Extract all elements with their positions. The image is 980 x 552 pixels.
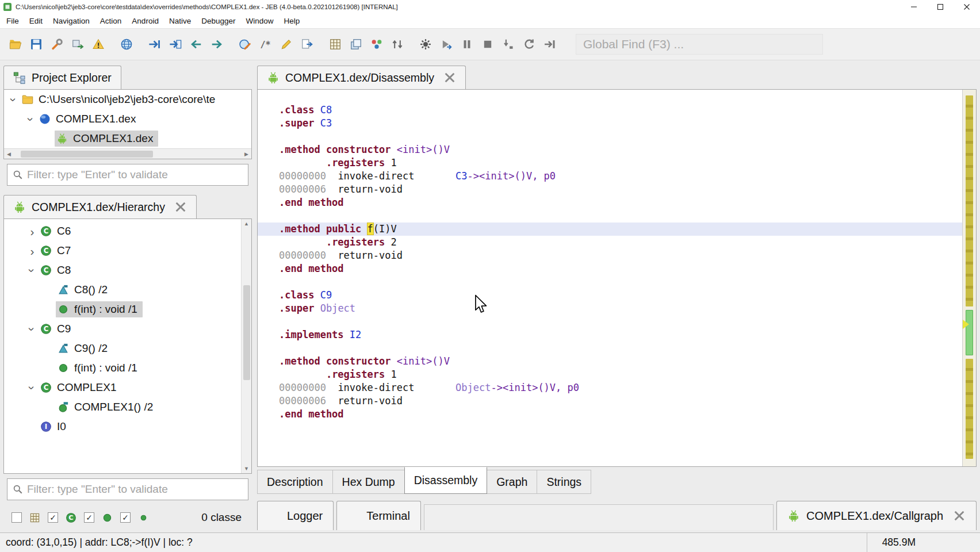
close-button[interactable] (954, 0, 980, 14)
collapse-icon[interactable]: › (25, 113, 37, 125)
tab-terminal[interactable]: Terminal (336, 501, 421, 530)
filter-checkbox[interactable]: ✓ (48, 512, 58, 523)
tree-item[interactable]: CC9 (39, 321, 76, 337)
warning-button[interactable] (89, 35, 108, 54)
debug-button[interactable] (416, 35, 435, 54)
tree-item[interactable]: C8() /2 (56, 282, 113, 298)
tab-logger[interactable]: Logger (257, 501, 334, 530)
view-tab-disassembly[interactable]: Disassembly (404, 467, 488, 494)
code-line[interactable]: .method constructor <init>()V (258, 143, 962, 156)
layout-button[interactable] (346, 35, 365, 54)
code-line[interactable]: .method constructor <init>()V (258, 355, 962, 368)
wrench-button[interactable] (47, 35, 66, 54)
code-line[interactable] (258, 342, 962, 355)
tree-item[interactable]: C:\Users\nicol\jeb2\jeb3-core\core\te (20, 91, 220, 108)
hierarchy-filter-input[interactable] (27, 483, 243, 496)
tree-item[interactable]: COMPLEX1() /2 (56, 399, 158, 415)
comment-button[interactable]: /* (256, 35, 275, 54)
overview-ruler[interactable] (962, 90, 976, 466)
code-line[interactable] (258, 315, 962, 328)
tab-hierarchy[interactable]: COMPLEX1.dex/Hierarchy (3, 195, 197, 218)
tab-callgraph[interactable]: COMPLEX1.dex/Callgraph (776, 501, 977, 530)
hex-view-button[interactable] (326, 35, 344, 54)
rename-button[interactable] (277, 35, 296, 54)
menu-navigation[interactable]: Navigation (48, 15, 95, 27)
tree-row[interactable]: COMPLEX1.dex (4, 129, 251, 148)
tree-item[interactable]: CC8 (39, 262, 76, 278)
tree-item[interactable]: CCOMPLEX1 (39, 379, 121, 396)
code-line[interactable]: 00000000 return-void (258, 249, 962, 262)
collapse-icon[interactable]: › (8, 93, 20, 106)
menu-native[interactable]: Native (164, 15, 196, 27)
tab-close-icon[interactable] (953, 509, 966, 522)
sort-button[interactable] (388, 35, 407, 54)
collapse-icon[interactable]: › (26, 264, 39, 277)
back-button[interactable] (186, 35, 205, 54)
tree-row[interactable]: C9() /2 (21, 339, 241, 358)
tree-item[interactable]: C9() /2 (56, 340, 113, 356)
tree-row[interactable]: ›COMPLEX1.dex (4, 109, 251, 129)
tab-close-icon[interactable] (443, 71, 456, 84)
collapse-icon[interactable]: › (26, 381, 39, 394)
tree-item[interactable]: f(int) : void /1 (56, 301, 143, 317)
scroll-down-icon[interactable]: ▼ (242, 466, 251, 471)
code-line[interactable] (258, 209, 962, 223)
minimize-button[interactable] (901, 0, 927, 14)
globe-button[interactable] (117, 35, 136, 54)
forward-button[interactable] (207, 35, 226, 54)
code-line[interactable]: .end method (258, 262, 962, 275)
view-tab-strings[interactable]: Strings (537, 470, 591, 494)
code-line[interactable] (258, 275, 962, 289)
code-line[interactable]: .registers 2 (258, 236, 962, 249)
menu-file[interactable]: File (1, 15, 24, 27)
horizontal-scrollbar[interactable]: ◀ ▶ (4, 148, 251, 159)
tree-row[interactable]: ›CC6 (21, 221, 241, 241)
code-line[interactable]: 00000000 invoke-direct C3-><init>()V, p0 (258, 170, 962, 183)
code-line[interactable]: .method public f(I)V (258, 223, 962, 236)
code-line[interactable]: .registers 1 (258, 156, 962, 170)
export-button[interactable] (68, 35, 87, 54)
save-button[interactable] (26, 35, 45, 54)
code-line[interactable]: 00000006 return-void (258, 183, 962, 196)
filter-checkbox[interactable]: ✓ (84, 512, 94, 523)
tree-row[interactable]: ›CC8 (21, 260, 241, 280)
stop-button[interactable] (478, 35, 497, 54)
types-button[interactable] (367, 35, 386, 54)
tree-row[interactable]: ›C:\Users\nicol\jeb2\jeb3-core\core\te (4, 90, 251, 109)
menu-help[interactable]: Help (278, 15, 305, 27)
expand-icon[interactable]: › (26, 245, 39, 257)
step-out-button[interactable] (540, 35, 559, 54)
vertical-scrollbar[interactable]: ▲ ▼ (241, 219, 251, 473)
code-line[interactable]: 00000000 invoke-direct Object-><init>()V… (258, 381, 962, 394)
tree-item[interactable]: f(int) : void /1 (56, 360, 143, 376)
tree-row[interactable]: f(int) : void /1 (21, 300, 241, 319)
code-line[interactable]: .end method (258, 408, 962, 421)
tree-row[interactable]: f(int) : void /1 (21, 358, 241, 378)
filter-checkbox[interactable]: ✓ (120, 512, 131, 523)
code-line[interactable] (258, 130, 962, 143)
convert-button[interactable] (297, 35, 316, 54)
restart-button[interactable] (519, 35, 538, 54)
code-line[interactable]: .super C3 (258, 117, 962, 130)
menu-debugger[interactable]: Debugger (196, 15, 240, 27)
maximize-button[interactable] (927, 0, 954, 14)
goto-address-button[interactable] (145, 35, 164, 54)
menu-window[interactable]: Window (240, 15, 278, 27)
project-filter-input[interactable] (27, 168, 243, 181)
collapse-icon[interactable]: › (26, 323, 39, 335)
global-find-input[interactable] (576, 34, 823, 55)
pause-button[interactable] (457, 35, 476, 54)
menu-android[interactable]: Android (127, 15, 164, 27)
view-tab-graph[interactable]: Graph (487, 470, 537, 494)
code-line[interactable]: .class C9 (258, 289, 962, 302)
goto-native-button[interactable] (166, 35, 185, 54)
code-line[interactable]: .registers 1 (258, 368, 962, 381)
run-button[interactable] (437, 35, 455, 54)
tree-item[interactable]: COMPLEX1.dex (55, 131, 158, 147)
tree-item[interactable]: CC7 (39, 243, 76, 259)
vertical-scrollbar-thumb[interactable] (243, 285, 250, 380)
code-line[interactable]: 00000006 return-void (258, 394, 962, 408)
scroll-left-icon[interactable]: ◀ (4, 151, 14, 157)
tree-item[interactable]: CC6 (39, 223, 76, 239)
tree-row[interactable]: ›CC9 (21, 319, 241, 339)
